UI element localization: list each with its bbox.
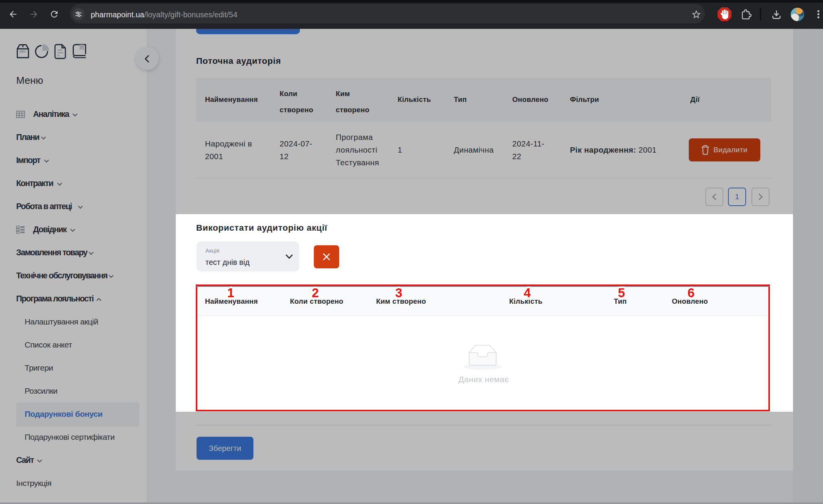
svg-text:3: 3 [395, 286, 402, 300]
svg-text:2: 2 [312, 286, 319, 300]
svg-text:4: 4 [524, 286, 531, 300]
svg-text:6: 6 [688, 286, 695, 300]
svg-text:1: 1 [227, 286, 234, 300]
svg-text:5: 5 [618, 286, 625, 300]
